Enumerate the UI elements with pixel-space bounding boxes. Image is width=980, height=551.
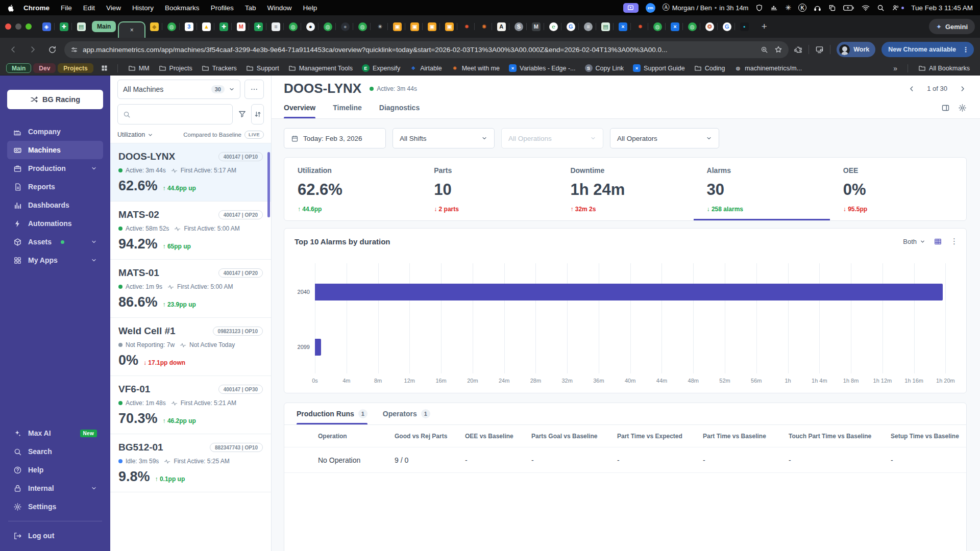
update-chrome-button[interactable]: New Chrome available ⋮ — [881, 42, 974, 57]
reload-button[interactable] — [45, 42, 59, 57]
tab-timeline[interactable]: Timeline — [333, 104, 362, 118]
tab-group-main[interactable]: Main — [92, 21, 116, 32]
bookmark-meet-with-me[interactable]: ✺Meet with me — [447, 63, 504, 74]
machine-filter-select[interactable]: All Machines 30 — [117, 80, 240, 99]
bookmark-support-guide[interactable]: ×Support Guide — [629, 63, 689, 74]
pinned-tab-burst-red[interactable]: ✹ — [458, 19, 475, 34]
pinned-tab-blue-x[interactable]: × — [614, 19, 631, 34]
chart-more-menu[interactable]: ⋮ — [950, 237, 958, 246]
gemini-button[interactable]: ✦ Gemini — [929, 19, 975, 34]
table-row[interactable]: No Operation9 / 0------ — [284, 447, 966, 473]
screen-share-indicator[interactable] — [623, 3, 639, 13]
menu-history[interactable]: History — [127, 4, 159, 12]
sidebar-item-help[interactable]: Help — [7, 461, 103, 479]
pinned-tab-gray-s[interactable]: S — [510, 19, 527, 34]
alarm-bar-2040[interactable] — [315, 284, 943, 300]
minimize-window-button[interactable] — [15, 23, 21, 30]
bookmark-group-main[interactable]: Main — [6, 63, 31, 73]
pinned-tab-sheets-green-2[interactable]: ✚ — [215, 19, 232, 34]
pinned-tab-google[interactable]: G — [562, 19, 579, 34]
pinned-tab-sheets-green-3[interactable]: ✚ — [250, 19, 267, 34]
tab-groups-icon[interactable] — [101, 64, 108, 72]
bookmark-machinemetrics-m-[interactable]: ◍machinemetrics/m... — [730, 63, 806, 74]
pinned-tab-machinemetrics[interactable]: ◍ — [163, 19, 180, 34]
bookmark-coding[interactable]: Coding — [690, 63, 729, 74]
tab-overview[interactable]: Overview — [284, 104, 315, 118]
pinned-tab-m-dark[interactable]: M — [527, 19, 545, 34]
menu-tab[interactable]: Tab — [239, 4, 262, 12]
machine-card-weld-cell-1[interactable]: Weld Cell #109823123 | OP10Not Reporting… — [110, 318, 271, 376]
bookmark-airtable[interactable]: ❖Airtable — [405, 63, 446, 74]
menu-profiles[interactable]: Profiles — [205, 4, 239, 12]
machine-card-mats-01[interactable]: MATS-01400147 | OP20Active: 1m 9sFirst A… — [110, 260, 271, 318]
back-button[interactable] — [6, 42, 20, 57]
shifts-filter-select[interactable]: All Shifts — [393, 128, 495, 148]
table-view-icon[interactable] — [934, 237, 942, 246]
operators-filter-select[interactable]: All Operators — [610, 128, 719, 148]
address-bar[interactable]: app.machinemetrics.com/app/machines/3f54… — [64, 41, 789, 58]
apple-icon[interactable] — [7, 4, 15, 12]
bookmark-mm[interactable]: MM — [124, 63, 154, 74]
tab-operators[interactable]: Operators1 — [383, 409, 430, 424]
metric-utilization[interactable]: Utilization62.6%↑ 44.6pp — [284, 158, 421, 220]
sidebar-item-production[interactable]: Production — [7, 159, 103, 178]
scrollbar-thumb[interactable] — [267, 152, 270, 217]
pinned-tab-bookmark-app[interactable]: ◈ — [38, 19, 55, 34]
pinned-tab-amber-app-1[interactable]: ▣ — [388, 19, 406, 34]
pinned-tab-anthropic[interactable]: A — [493, 19, 510, 34]
bookmark-variables-edge-[interactable]: ×Variables - Edge -... — [505, 63, 580, 74]
machine-card-mats-02[interactable]: MATS-02400147 | OP20Active: 58m 52sFirst… — [110, 202, 271, 260]
pinned-tab-dark-cyan[interactable]: ▪ — [736, 19, 753, 34]
menu-bar-clock[interactable]: Tue Feb 3 11:45 AM — [911, 4, 973, 12]
metric-parts[interactable]: Parts10↓ 2 parts — [421, 158, 557, 220]
menu-chrome[interactable]: Chrome — [18, 4, 55, 12]
pinned-tab-amber-app-2[interactable]: ▣ — [406, 19, 423, 34]
sidebar-item-settings[interactable]: Settings — [7, 497, 103, 516]
tab-diagnostics[interactable]: Diagnostics — [379, 104, 420, 118]
bookmark-group-dev[interactable]: Dev — [33, 63, 56, 73]
metric-alarms[interactable]: Alarms30↓ 258 alarms — [694, 158, 830, 220]
pinned-tab-hubspot[interactable]: ✺ — [475, 19, 493, 34]
sidebar-item-max-ai[interactable]: Max AINew — [7, 424, 103, 442]
metric-oee[interactable]: OEE0%↓ 95.5pp — [830, 158, 966, 220]
sidebar-item-search[interactable]: Search — [7, 442, 103, 461]
k-circle-icon[interactable]: K — [798, 4, 806, 12]
machine-list-more-button[interactable] — [244, 80, 264, 99]
pinned-tab-layers[interactable]: ≡ — [267, 19, 284, 34]
pinned-tab-machinemetrics-3[interactable]: ◍ — [319, 19, 336, 34]
pinned-tab-gmail[interactable]: M — [232, 19, 250, 34]
bookmark-support[interactable]: Support — [242, 63, 283, 74]
menu-view[interactable]: View — [101, 4, 127, 12]
pinned-tab-burst-red-2[interactable]: ✹ — [631, 19, 649, 34]
settings-gear-icon[interactable] — [958, 104, 967, 112]
active-tab[interactable]: × — [118, 21, 145, 38]
pinned-tab-color-wheel[interactable]: ❂ — [701, 19, 718, 34]
menu-window[interactable]: Window — [261, 4, 297, 12]
bookmark-group-projects[interactable]: Projects — [58, 63, 93, 73]
machine-card-vf6-01[interactable]: VF6-01400147 | OP30Active: 1m 48sFirst A… — [110, 376, 271, 434]
zoom-menubar-icon[interactable]: zm — [646, 3, 655, 13]
sidebar-item-assets[interactable]: Assets — [7, 233, 103, 251]
openai-icon[interactable]: ✳ — [785, 4, 791, 12]
tab-production-runs[interactable]: Production Runs1 — [297, 409, 368, 424]
bookmark-management-tools[interactable]: Management Tools — [284, 63, 357, 74]
bookmark-trackers[interactable]: Trackers — [198, 63, 241, 74]
bookmarks-overflow-button[interactable]: » — [889, 64, 901, 72]
pinned-tab-amber-app-4[interactable]: ▣ — [440, 19, 458, 34]
sort-button[interactable] — [251, 104, 264, 124]
menu-file[interactable]: File — [55, 4, 78, 12]
zoom-page-icon[interactable] — [761, 45, 768, 54]
next-machine-button[interactable] — [959, 85, 967, 93]
spotlight-search-icon[interactable] — [877, 4, 885, 12]
shield-icon[interactable] — [755, 4, 763, 12]
sidebar-item-dashboards[interactable]: Dashboards — [7, 196, 103, 214]
pinned-tab-dark-app[interactable]: ● — [336, 19, 354, 34]
pinned-tab-machinemetrics-5[interactable]: ◍ — [649, 19, 666, 34]
pinned-tab-gray-doc[interactable]: ≡ — [579, 19, 597, 34]
metric-downtime[interactable]: Downtime1h 24m↑ 32m 2s — [557, 158, 693, 220]
bookmark-star-icon[interactable] — [774, 45, 782, 54]
alarm-bar-2099[interactable] — [315, 339, 321, 356]
chrome-menu-icon[interactable]: ⋮ — [961, 45, 971, 54]
site-settings-icon[interactable] — [70, 46, 78, 54]
pinned-tab-machinemetrics-6[interactable]: ◍ — [683, 19, 701, 34]
